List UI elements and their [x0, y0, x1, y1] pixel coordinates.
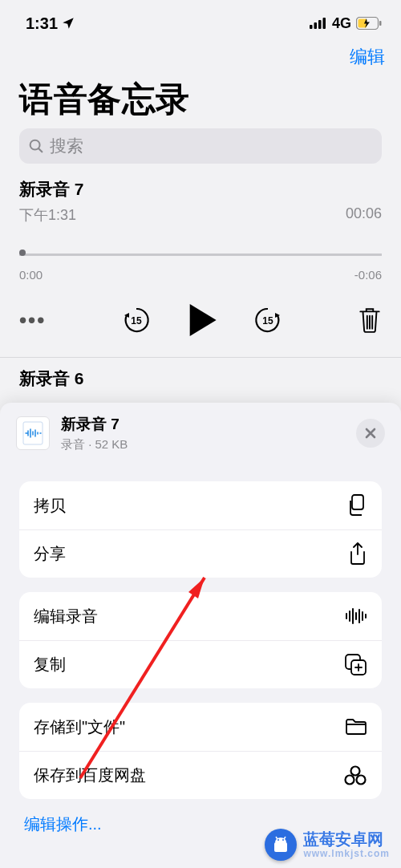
scrub-right: -0:06 — [354, 268, 382, 282]
more-options-icon[interactable]: ••• — [19, 308, 46, 333]
svg-point-25 — [282, 839, 284, 841]
svg-line-27 — [284, 837, 286, 839]
action-save-files[interactable]: 存储到"文件" — [19, 703, 382, 751]
status-bar: 1:31 4G — [0, 0, 401, 39]
divider — [0, 357, 401, 358]
status-time: 1:31 — [26, 14, 58, 33]
recording-title-2: 新录音 6 — [19, 367, 382, 390]
sheet-group-1: 拷贝 分享 — [19, 481, 382, 578]
waveform-icon — [345, 607, 367, 625]
recording-item-selected[interactable]: 新录音 7 下午1:31 00:06 0:00 -0:06 ••• 15 15 — [19, 178, 382, 351]
action-duplicate-label: 复制 — [34, 654, 66, 675]
page-title: 语音备忘录 — [19, 77, 382, 122]
action-share[interactable]: 分享 — [19, 529, 382, 578]
action-save-baidu-label: 保存到百度网盘 — [34, 765, 146, 786]
sheet-title: 新录音 7 — [61, 414, 345, 435]
recording-title: 新录音 7 — [19, 178, 382, 201]
forward-15-icon[interactable]: 15 — [253, 306, 282, 335]
scrub-left: 0:00 — [19, 268, 43, 282]
action-copy-label: 拷贝 — [34, 495, 66, 517]
search-wrap: 搜索 — [0, 128, 401, 164]
scrubber[interactable] — [19, 250, 382, 265]
svg-marker-11 — [189, 304, 216, 336]
sheet-group-2: 编辑录音 复制 — [19, 592, 382, 688]
baidu-netdisk-icon — [343, 765, 367, 786]
watermark: 蓝莓安卓网 www.lmkjst.com — [260, 826, 395, 863]
nav-row: 编辑 — [0, 39, 401, 75]
watermark-text-wrap: 蓝莓安卓网 www.lmkjst.com — [303, 830, 390, 859]
location-icon — [61, 16, 75, 30]
trash-icon[interactable] — [358, 306, 382, 334]
share-sheet: 新录音 7 录音 · 52 KB 拷贝 分享 编辑录音 复制 存储到"文件" — [0, 403, 401, 868]
svg-rect-2 — [318, 20, 322, 29]
action-share-label: 分享 — [34, 543, 66, 565]
sheet-group-3: 存储到"文件" 保存到百度网盘 — [19, 703, 382, 799]
svg-point-19 — [346, 775, 354, 784]
network-label: 4G — [332, 15, 351, 32]
sheet-header: 新录音 7 录音 · 52 KB — [0, 403, 401, 462]
status-left: 1:31 — [26, 14, 75, 33]
action-edit-recording[interactable]: 编辑录音 — [19, 592, 382, 640]
recording-item[interactable]: 新录音 6 — [19, 367, 382, 390]
action-copy[interactable]: 拷贝 — [19, 481, 382, 529]
svg-rect-23 — [274, 842, 287, 852]
watermark-brand: 蓝莓安卓网 — [303, 830, 390, 848]
scrubber-knob[interactable] — [19, 249, 26, 256]
sheet-meta: 新录音 7 录音 · 52 KB — [61, 414, 345, 452]
rewind-15-icon[interactable]: 15 — [122, 306, 151, 335]
svg-rect-6 — [379, 21, 382, 26]
watermark-badge — [265, 829, 297, 861]
svg-line-8 — [38, 148, 42, 152]
playback-controls: ••• 15 15 — [19, 282, 382, 351]
folder-icon — [345, 718, 367, 736]
share-icon — [348, 542, 367, 566]
android-icon — [270, 834, 291, 855]
svg-point-18 — [351, 766, 360, 775]
recording-time: 下午1:31 — [19, 205, 76, 225]
svg-text:15: 15 — [131, 315, 142, 327]
copy-icon — [346, 494, 367, 517]
action-save-files-label: 存储到"文件" — [34, 716, 125, 738]
audio-file-icon — [22, 421, 44, 445]
svg-text:15: 15 — [262, 315, 273, 327]
svg-line-26 — [276, 837, 277, 839]
svg-rect-0 — [310, 25, 313, 29]
edit-button[interactable]: 编辑 — [350, 45, 385, 69]
close-button[interactable] — [356, 419, 385, 448]
action-duplicate[interactable]: 复制 — [19, 640, 382, 688]
battery-icon — [356, 17, 382, 30]
action-edit-label: 编辑录音 — [34, 606, 98, 627]
svg-point-20 — [357, 775, 366, 784]
close-icon — [364, 427, 377, 440]
svg-rect-1 — [314, 22, 317, 29]
svg-rect-3 — [322, 18, 326, 29]
play-icon[interactable] — [188, 304, 217, 336]
sheet-subtitle: 录音 · 52 KB — [61, 437, 345, 452]
search-placeholder: 搜索 — [50, 135, 83, 157]
svg-point-24 — [277, 839, 279, 841]
signal-icon — [310, 18, 327, 29]
search-input[interactable]: 搜索 — [19, 128, 382, 164]
sheet-thumbnail — [16, 416, 50, 450]
title-row: 语音备忘录 — [0, 75, 401, 128]
recording-duration: 00:06 — [346, 205, 382, 225]
action-save-baidu[interactable]: 保存到百度网盘 — [19, 751, 382, 799]
status-right: 4G — [310, 15, 382, 32]
recording-subrow: 下午1:31 00:06 — [19, 205, 382, 225]
duplicate-icon — [345, 654, 367, 676]
scrubber-labels: 0:00 -0:06 — [19, 268, 382, 282]
watermark-url: www.lmkjst.com — [303, 848, 390, 859]
svg-rect-15 — [352, 495, 363, 509]
scrubber-track — [19, 254, 382, 256]
search-icon — [27, 137, 45, 155]
recording-list: 新录音 7 下午1:31 00:06 0:00 -0:06 ••• 15 15 … — [0, 164, 401, 390]
